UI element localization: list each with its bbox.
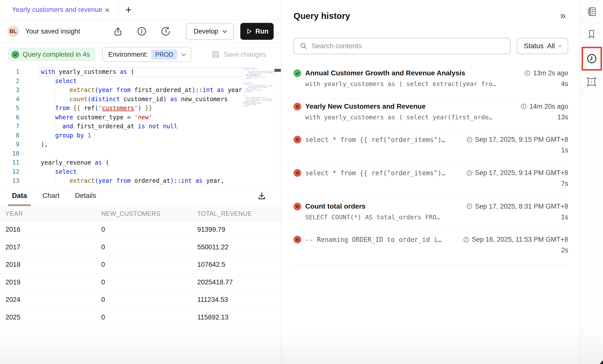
panel-title: Query history: [294, 11, 350, 21]
run-button[interactable]: Run: [240, 23, 274, 40]
table-row: 201902025418.77: [0, 274, 281, 291]
clock-icon: [520, 103, 527, 110]
editor-code[interactable]: with yearly_customers as ( select extrac…: [41, 67, 246, 185]
rail-divider: [580, 94, 603, 94]
line-number: 11: [0, 158, 19, 167]
table-row: 2016091399.79: [0, 221, 281, 239]
results-tab-data[interactable]: Data: [12, 185, 27, 206]
share-button[interactable]: [112, 26, 123, 37]
results-tab-details[interactable]: Details: [75, 185, 96, 206]
table-cell: 115892.13: [197, 314, 281, 321]
editor-minimap[interactable]: with yearly_customers as ( select extrac…: [243, 68, 274, 183]
line-number: 1: [0, 67, 19, 77]
table-cell: 0: [101, 243, 197, 251]
line-number: 13: [0, 176, 19, 185]
info-icon: [137, 26, 147, 36]
query-history-button-active[interactable]: [582, 47, 602, 71]
table-cell: 2025: [5, 314, 101, 321]
code-line: extract(year from first_ordered_at)::int…: [41, 86, 246, 95]
success-check-icon: [294, 69, 301, 77]
table-cell: 2018: [5, 261, 101, 269]
outline-list-button[interactable]: [586, 6, 597, 17]
history-item-duration: 1s: [561, 146, 568, 154]
status-bar: Query completed in 4s Environment: PROD …: [0, 43, 281, 66]
tab-close-icon[interactable]: ×: [105, 6, 110, 14]
info-button[interactable]: [136, 26, 147, 37]
history-item-duration: 2s: [561, 246, 568, 254]
scrollbar-thumb[interactable]: [274, 69, 281, 72]
clock-icon: [524, 70, 531, 76]
history-item-duration: 7s: [561, 180, 568, 187]
table-row: 20240111234.53: [0, 291, 281, 309]
scrollbar-track: [274, 66, 274, 185]
history-item[interactable]: Count total orders Sep 17, 2025, 8:31 PM…: [294, 198, 568, 232]
results-table: 2016091399.7920170550011.2220180107642.5…: [0, 221, 281, 326]
code-line: yearly_revenue as (: [41, 158, 246, 167]
status-filter-dropdown[interactable]: Status All: [517, 38, 568, 54]
code-line: from {{ ref('customers') }}: [41, 104, 246, 113]
history-item-duration: 13s: [557, 113, 568, 121]
play-icon: [246, 28, 252, 35]
history-item-query-preview: SELECT COUNT(*) AS total_orders FRO…: [305, 214, 556, 221]
history-item-time: 13m 2s ago: [524, 69, 568, 77]
history-item-title: Yearly New Customers and Revenue: [305, 102, 426, 110]
line-number: 4: [0, 95, 19, 104]
line-number: 5: [0, 104, 19, 113]
status-filter-value: All: [547, 42, 555, 50]
history-item[interactable]: Yearly New Customers and Revenue 14m 20s…: [294, 98, 568, 132]
download-icon: [257, 191, 267, 201]
history-item[interactable]: select * from {{ ref("order_items")… Sep…: [294, 165, 568, 198]
explore-button[interactable]: [586, 76, 598, 88]
table-cell: 0: [101, 226, 197, 233]
table-cell: 2024: [5, 296, 101, 304]
error-x-icon: [294, 236, 301, 243]
code-line: select: [41, 77, 246, 86]
code-line: select: [41, 167, 246, 177]
code-line: with yearly_customers as (: [41, 67, 246, 77]
version-history-button[interactable]: [160, 26, 171, 37]
table-cell: 2016: [5, 226, 101, 233]
tab-yearly-customers[interactable]: Yearly customers and revenue ×: [0, 0, 119, 20]
history-item-title: Count total orders: [305, 202, 366, 210]
rail-divider: [580, 23, 603, 23]
results-table-header: YEARNEW_CUSTOMERSTOTAL_REVENUE: [0, 206, 281, 221]
search-box[interactable]: [294, 38, 510, 54]
history-item-duration: 1s: [561, 213, 568, 221]
cursor-artifact: [600, 360, 603, 364]
chevron-down-icon: [222, 28, 227, 33]
clock-icon: [466, 136, 473, 143]
history-item-time: Sep 17, 2025, 9:14 PM GMT+8: [466, 169, 568, 177]
clock-icon: [466, 170, 473, 176]
table-cell: 550011.22: [197, 243, 281, 251]
chevron-down-icon: [182, 51, 186, 56]
develop-button[interactable]: Develop: [186, 23, 234, 40]
download-button[interactable]: [256, 190, 267, 201]
line-number: 6: [0, 113, 19, 122]
history-icon: [161, 26, 171, 36]
history-item-query-preview: with yearly_customers as ( select extrac…: [305, 80, 556, 88]
code-line: and first_ordered_at is not null: [41, 122, 246, 131]
line-number: 2: [0, 77, 19, 86]
history-item[interactable]: -- Renaming ORDER_ID to order_id i… Sep …: [294, 232, 568, 265]
collapse-panel-button[interactable]: »: [560, 10, 566, 20]
sql-editor[interactable]: 12345678910111213 with yearly_customers …: [0, 66, 281, 185]
column-header: TOTAL_REVENUE: [197, 210, 281, 217]
history-item-time: Sep 16, 2025, 11:53 PM GMT+8: [463, 236, 568, 243]
line-number: 9: [0, 140, 19, 149]
new-tab-button[interactable]: +: [125, 5, 132, 15]
save-icon: [211, 50, 220, 59]
table-cell: 0: [101, 296, 197, 304]
search-input[interactable]: [311, 42, 510, 50]
results-tab-chart[interactable]: Chart: [43, 185, 59, 206]
environment-selector[interactable]: Environment: PROD: [102, 47, 191, 62]
table-cell: 0: [101, 278, 197, 286]
success-check-icon: [11, 51, 19, 58]
error-x-icon: [294, 203, 301, 210]
history-item[interactable]: Annual Customer Growth and Revenue Analy…: [294, 65, 568, 98]
save-changes-button[interactable]: Save changes: [211, 50, 266, 59]
bookmarks-button[interactable]: [586, 29, 597, 40]
code-line: count(distinct customer_id) as new_custo…: [41, 95, 246, 104]
saved-insight-label: Your saved insight: [25, 28, 80, 35]
history-item[interactable]: select * from {{ ref("order_items")… Sep…: [294, 132, 568, 165]
history-item-query-preview: with yearly_customers as ( select year(f…: [305, 114, 552, 121]
